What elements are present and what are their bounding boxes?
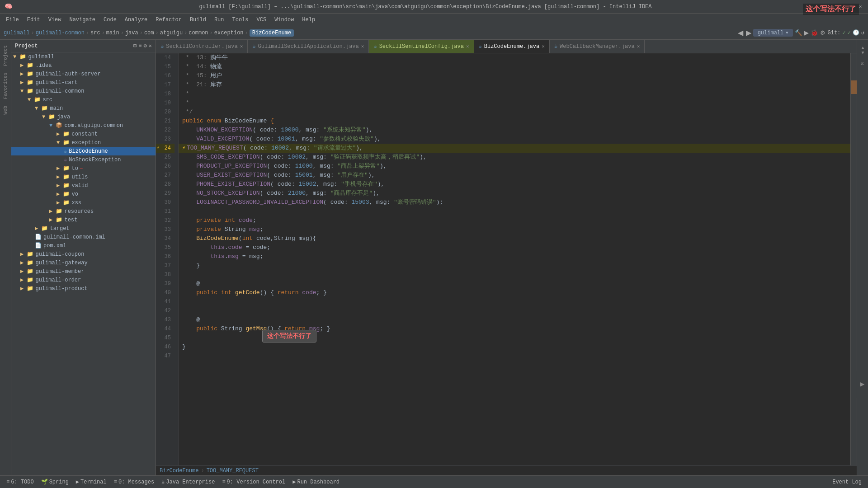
menu-tools[interactable]: Tools — [229, 15, 252, 24]
tree-item-pom[interactable]: 📄 pom.xml — [11, 241, 156, 250]
tree-item-product[interactable]: ▶ 📁 gulimall-product — [11, 284, 156, 293]
tab-gulimall-seckill-app[interactable]: ☕ GulimallSeckillApplication.java ✕ — [248, 40, 369, 53]
nav-bizcodeenum[interactable]: BizCodeEnume — [250, 29, 294, 37]
tree-item-target[interactable]: ▶ 📁 target — [11, 224, 156, 233]
close-icon[interactable]: ✕ — [637, 43, 640, 49]
tree-item-nostock[interactable]: ☕ NoStockException — [11, 155, 156, 164]
menu-refactor[interactable]: Refactor — [152, 15, 185, 24]
tree-item-package[interactable]: ▼ 📦 com.atguigu.common — [11, 121, 156, 130]
folder-icon: ▼ 📁 — [13, 53, 26, 60]
tree-item-resources[interactable]: ▶ 📁 resources — [11, 207, 156, 216]
git-clock-icon[interactable]: 🕐 — [853, 29, 859, 36]
tab-bizcodeenum[interactable]: ☕ BizCodeEnume.java ✕ — [474, 40, 550, 53]
tree-item-exception[interactable]: ▼ 📁 exception — [11, 138, 156, 147]
close-icon[interactable]: ✕ — [240, 43, 243, 49]
tree-item-src[interactable]: ▼ 📁 src — [11, 95, 156, 104]
database-panel-label[interactable]: ▲▼ — [860, 43, 865, 57]
sidebar-collapse-all[interactable]: ≡ — [138, 42, 142, 49]
tool-event-log[interactable]: Event Log — [830, 478, 864, 486]
tree-item-valid[interactable]: ▶ 📁 valid — [11, 181, 156, 190]
menu-build[interactable]: Build — [186, 15, 210, 24]
tool-todo[interactable]: ≡ 6: TODO — [4, 478, 37, 486]
git-revert-button[interactable]: ↺ — [861, 29, 864, 36]
tree-item-gateway[interactable]: ▶ 📁 gulimall-gateway — [11, 258, 156, 267]
web-panel-label[interactable]: Web — [3, 104, 8, 117]
tab-webcallback[interactable]: ☕ WebCallbackManager.java ✕ — [550, 40, 645, 53]
maven-panel-label[interactable]: M — [860, 61, 865, 67]
git-label: Git: — [827, 30, 840, 36]
menu-edit[interactable]: Edit — [24, 15, 44, 24]
nav-gulimall[interactable]: gulimall — [4, 30, 30, 36]
menu-analyze[interactable]: Analyze — [121, 15, 151, 24]
code-editor[interactable]: 14 15 16 17 18 19 20 21 22 23 24 25 26 2… — [156, 53, 857, 465]
tree-item-constant[interactable]: ▶ 📁 constant — [11, 130, 156, 138]
tool-messages[interactable]: ≡ 0: Messages — [111, 478, 157, 486]
tool-spring[interactable]: 🌱 Spring — [38, 478, 71, 486]
nav-java[interactable]: java — [125, 30, 138, 36]
sidebar-expand-all[interactable]: ⊞ — [133, 42, 137, 49]
tree-item-to[interactable]: ▶ 📁 to — — [11, 164, 156, 173]
run-button[interactable]: ▶ — [804, 29, 809, 36]
tool-version-control[interactable]: ≡ 9: Version Control — [219, 478, 288, 486]
build-button[interactable]: 🔨 — [795, 29, 802, 36]
menu-view[interactable]: View — [45, 15, 65, 24]
nav-com[interactable]: com — [144, 30, 154, 36]
tree-item-cart[interactable]: ▶ 📁 gulimall-cart — [11, 78, 156, 87]
code-content[interactable]: * 13: 购牛牛 * 14: 物流 * 15: 用户 * 21: 库存 * — [179, 53, 850, 465]
tree-item-vo[interactable]: ▶ 📁 vo — [11, 190, 156, 198]
menu-navigate[interactable]: Navigate — [66, 15, 99, 24]
tool-terminal[interactable]: ▶ Terminal — [73, 478, 109, 486]
menu-run[interactable]: Run — [211, 15, 228, 24]
tab-sentinel-config[interactable]: ☕ SeckillSentinelConfig.java ✕ — [369, 40, 474, 53]
tree-item-main[interactable]: ▼ 📁 main — [11, 104, 156, 113]
menu-vcs[interactable]: VCS — [253, 15, 270, 24]
tree-item-member[interactable]: ▶ 📁 gulimall-member — [11, 267, 156, 276]
settings-button[interactable]: ⚙ — [820, 29, 826, 36]
nav-back-button[interactable]: ◀ — [738, 28, 743, 37]
tree-item-common[interactable]: ▼ 📁 gulimall-common — [11, 87, 156, 95]
breadcrumb-member[interactable]: TOO_MANY_REQUEST — [207, 468, 259, 474]
tree-item-xss[interactable]: ▶ 📁 xss — [11, 198, 156, 207]
nav-atguigu[interactable]: atguigu — [160, 30, 183, 36]
tree-item-idea[interactable]: ▶ 📁 .idea — [11, 61, 156, 70]
tree-item-utils[interactable]: ▶ 📁 utils — [11, 173, 156, 181]
close-icon[interactable]: ✕ — [361, 43, 364, 49]
tree-item-common-iml[interactable]: 📄 gulimall-common.iml — [11, 233, 156, 241]
tree-item-auth[interactable]: ▶ 📁 gulimall-auth-server — [11, 70, 156, 78]
right-arrow-icon[interactable]: ▶ — [860, 380, 865, 389]
tree-item-java[interactable]: ▼ 📁 java — [11, 113, 156, 121]
sidebar-close[interactable]: ✕ — [149, 42, 152, 49]
menu-window[interactable]: Window — [271, 15, 297, 24]
favorites-panel-label[interactable]: Favorites — [3, 70, 8, 101]
project-panel-label[interactable]: Project — [3, 43, 8, 68]
tree-item-bizcodeenum[interactable]: ☕ BizCodeEnume — [11, 147, 156, 155]
nav-src[interactable]: src — [90, 30, 100, 36]
nav-exception[interactable]: exception — [214, 30, 244, 36]
tree-item-coupon[interactable]: ▶ 📁 gulimall-coupon — [11, 250, 156, 258]
nav-common[interactable]: common — [189, 30, 208, 36]
menu-file[interactable]: File — [2, 15, 23, 24]
debug-button[interactable]: 🐞 — [811, 29, 818, 36]
menu-help[interactable]: Help — [298, 15, 319, 24]
project-name: gulimall — [758, 30, 784, 36]
menu-code[interactable]: Code — [100, 15, 120, 24]
nav-gulimall-common[interactable]: gulimall-common — [36, 30, 85, 36]
nav-forward-button[interactable]: ▶ — [746, 28, 751, 37]
java-ent-icon: ☕ — [161, 479, 165, 485]
project-dropdown-icon: ▾ — [785, 29, 788, 36]
tab-seckill-controller[interactable]: ☕ SeckillController.java ✕ — [156, 40, 248, 53]
close-icon[interactable]: ✕ — [466, 43, 469, 49]
tool-run-dashboard[interactable]: ▶ Run Dashboard — [290, 478, 342, 486]
folder-icon-common: ▼ 📁 — [20, 88, 33, 94]
tool-java-enterprise[interactable]: ☕ Java Enterprise — [159, 478, 217, 486]
git-push-button[interactable]: ✓ — [848, 29, 851, 36]
sidebar-settings[interactable]: ⚙ — [144, 42, 147, 49]
nav-main[interactable]: main — [106, 30, 119, 36]
close-icon[interactable]: ✕ — [542, 43, 545, 49]
git-commit-button[interactable]: ✓ — [842, 29, 845, 36]
tree-item-gulimall[interactable]: ▼ 📁 gulimall — [11, 52, 156, 61]
project-selector[interactable]: gulimall ▾ — [753, 29, 793, 37]
tree-item-test[interactable]: ▶ 📁 test — [11, 216, 156, 224]
breadcrumb-class[interactable]: BizCodeEnume — [160, 468, 198, 474]
tree-item-order[interactable]: ▶ 📁 gulimall-order — [11, 276, 156, 284]
